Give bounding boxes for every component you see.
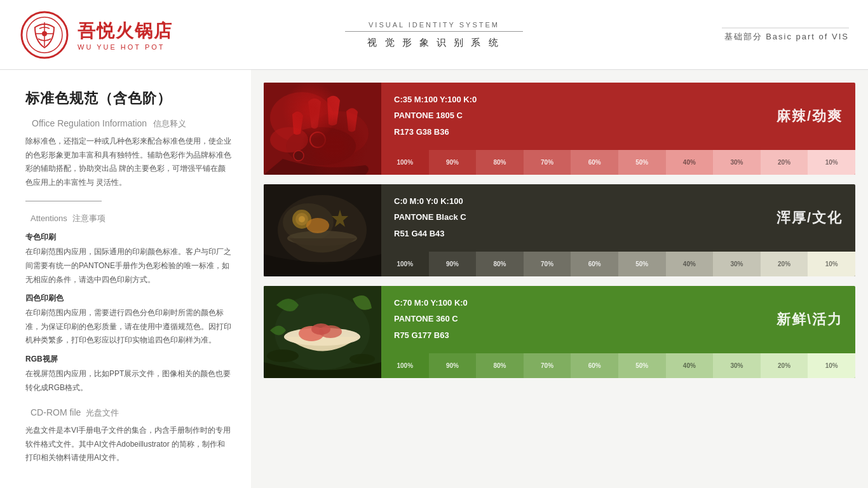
blk-strip-10: 10% — [808, 252, 855, 276]
svg-point-9 — [270, 127, 308, 152]
black-pantone: PANTONE Black C — [394, 210, 466, 224]
item3-body: 在视屏范围内应用，比如PPT展示文件，图像相关的颜色也要转化成RGB格式。 — [25, 367, 232, 395]
black-cmyk: C:0 M:0 Y:0 K:100 — [394, 194, 466, 208]
svg-point-4 — [42, 31, 47, 36]
green-food-svg — [264, 286, 381, 378]
red-cmyk: C:35 M:100 Y:100 K:0 — [394, 92, 477, 107]
red-card-info: C:35 M:100 Y:100 K:0 PANTONE 1805 C R173… — [381, 83, 855, 150]
red-strip-100: 100% — [381, 150, 429, 175]
green-card-image — [264, 286, 381, 378]
grn-strip-40: 40% — [666, 353, 714, 378]
blk-strip-20: 20% — [761, 252, 808, 276]
sidebar-divider-1 — [25, 201, 102, 201]
svg-point-28 — [267, 349, 299, 362]
blk-strip-70: 70% — [524, 252, 571, 276]
vis-chinese: 视 觉 形 象 识 别 系 统 — [367, 37, 500, 49]
cd-title: CD-ROM file光盘文件 — [25, 407, 232, 419]
blk-strip-90: 90% — [429, 252, 477, 276]
blk-strip-50: 50% — [618, 252, 666, 276]
red-card-image — [264, 83, 381, 175]
black-card-labels: C:0 M:0 Y:0 K:100 PANTONE Black C R51 G4… — [394, 194, 466, 242]
blk-strip-100: 100% — [381, 252, 429, 276]
red-strip-30: 30% — [713, 150, 761, 175]
header-right-divider — [722, 27, 849, 28]
red-strip-90: 90% — [429, 150, 477, 175]
logo-icon — [19, 10, 70, 60]
red-strip-10: 10% — [808, 150, 855, 175]
black-card-body: C:0 M:0 Y:0 K:100 PANTONE Black C R51 G4… — [381, 184, 855, 276]
grn-strip-80: 80% — [476, 353, 524, 378]
color-card-green: C:70 M:0 Y:100 K:0 PANTONE 360 C R75 G17… — [264, 286, 855, 378]
svg-point-8 — [286, 127, 356, 165]
cd-body: 光盘文件是本VI手册电子文件的集合，内含手册制作时的专用软件格式文件。其中AI文… — [25, 424, 232, 465]
red-strip-70: 70% — [524, 150, 571, 175]
color-card-black: C:0 M:0 Y:0 K:100 PANTONE Black C R51 G4… — [264, 184, 855, 276]
blk-strip-40: 40% — [666, 252, 714, 276]
svg-point-10 — [310, 132, 325, 147]
vis-divider — [345, 31, 523, 32]
item2-title: 四色印刷色 — [25, 293, 232, 304]
item2-body: 在印刷范围内应用，需要进行四色分色印刷时所需的颜色标准，为保证印刷的色彩质量，请… — [25, 306, 232, 348]
red-pantone: PANTONE 1805 C — [394, 108, 477, 123]
green-cmyk: C:70 M:0 Y:100 K:0 — [394, 295, 468, 310]
item3-title: RGB视屏 — [25, 354, 232, 365]
grn-strip-60: 60% — [571, 353, 618, 378]
vis-label: VISUAL IDENTITY SYSTEM — [369, 21, 499, 29]
cd-section: CD-ROM file光盘文件 光盘文件是本VI手册电子文件的集合，内含手册制作… — [25, 407, 232, 465]
black-card-info: C:0 M:0 Y:0 K:100 PANTONE Black C R51 G4… — [381, 184, 855, 252]
grn-strip-70: 70% — [524, 353, 571, 378]
red-strip-80: 80% — [476, 150, 524, 175]
black-label-cn: 浑厚/文化 — [776, 208, 843, 227]
green-card-body: C:70 M:0 Y:100 K:0 PANTONE 360 C R75 G17… — [381, 286, 855, 378]
red-card-body: C:35 M:100 Y:100 K:0 PANTONE 1805 C R173… — [381, 83, 855, 175]
red-strip-50: 50% — [618, 150, 666, 175]
red-rgb: R173 G38 B36 — [394, 125, 477, 139]
svg-rect-5 — [264, 83, 381, 175]
logo-english: WU YUE HOT POT — [78, 43, 173, 51]
red-strip-20: 20% — [761, 150, 808, 175]
red-strip-60: 60% — [571, 150, 618, 175]
green-card-info: C:70 M:0 Y:100 K:0 PANTONE 360 C R75 G17… — [381, 286, 855, 353]
green-pantone: PANTONE 360 C — [394, 311, 468, 326]
black-card-image — [264, 184, 381, 276]
logo-area: 吾悦火锅店 WU YUE HOT POT — [19, 10, 173, 60]
red-card-labels: C:35 M:100 Y:100 K:0 PANTONE 1805 C R173… — [394, 92, 477, 140]
red-food-svg — [264, 83, 381, 175]
svg-point-7 — [311, 111, 369, 156]
sidebar: 标准色规范（含色阶） Office Regulation Information… — [0, 70, 251, 488]
header-right: 基础部分 Basic part of VIS — [722, 27, 849, 42]
green-strips-row: 100% 90% 80% 70% 60% 50% 40% 30% 20% 10% — [381, 353, 855, 378]
basic-part-label: 基础部分 Basic part of VIS — [724, 30, 849, 42]
black-strips-row: 100% 90% 80% 70% 60% 50% 40% 30% 20% 10% — [381, 252, 855, 276]
green-rgb: R75 G177 B63 — [394, 328, 468, 342]
svg-point-11 — [294, 151, 304, 161]
grn-strip-100: 100% — [381, 353, 429, 378]
header-center: VISUAL IDENTITY SYSTEM 视 觉 形 象 识 别 系 统 — [345, 21, 523, 49]
blk-strip-30: 30% — [713, 252, 761, 276]
logo-chinese: 吾悦火锅店 — [78, 19, 173, 43]
svg-point-27 — [311, 323, 330, 335]
main-layout: 标准色规范（含色阶） Office Regulation Information… — [0, 70, 868, 488]
svg-point-6 — [270, 92, 334, 143]
office-body: 除标准色，还指定一种或几种色彩来配合标准色使用，使企业的色彩形象更加丰富和具有独… — [25, 135, 232, 189]
black-rgb: R51 G44 B43 — [394, 226, 466, 241]
svg-point-18 — [299, 216, 305, 222]
grn-strip-10: 10% — [808, 353, 855, 378]
item1-body: 在印刷范围内应用，国际通用的印刷颜色标准。客户与印厂之间需要有统一的PANTON… — [25, 245, 232, 287]
black-food-svg — [264, 184, 381, 276]
grn-strip-90: 90% — [429, 353, 477, 378]
sidebar-title: 标准色规范（含色阶） — [25, 89, 232, 108]
office-title: Office Regulation Information信息释义 — [25, 118, 232, 130]
grn-strip-50: 50% — [618, 353, 666, 378]
color-card-red: C:35 M:100 Y:100 K:0 PANTONE 1805 C R173… — [264, 83, 855, 175]
header: 吾悦火锅店 WU YUE HOT POT VISUAL IDENTITY SYS… — [0, 0, 868, 70]
attentions-title: Attentions注意事项 — [25, 213, 232, 224]
green-label-cn: 新鲜\活力 — [776, 310, 843, 329]
right-content: C:35 M:100 Y:100 K:0 PANTONE 1805 C R173… — [251, 70, 868, 488]
item1-title: 专色印刷 — [25, 232, 232, 243]
blk-strip-80: 80% — [476, 252, 524, 276]
grn-strip-20: 20% — [761, 353, 808, 378]
svg-point-29 — [349, 354, 375, 364]
red-strips-row: 100% 90% 80% 70% 60% 50% 40% 30% 20% 10% — [381, 150, 855, 175]
grn-strip-30: 30% — [713, 353, 761, 378]
